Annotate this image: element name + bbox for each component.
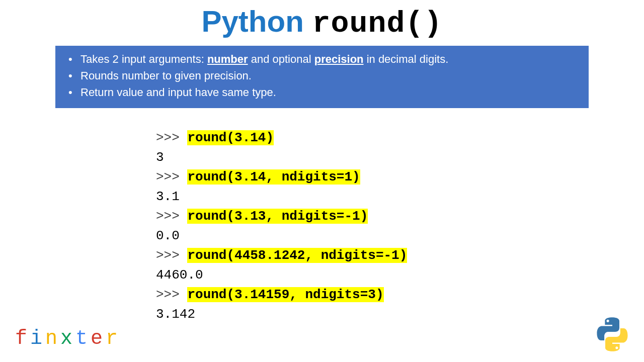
code-input-1: >>> round(3.14) [156,128,644,148]
code-output-5: 3.142 [156,305,644,324]
code-block: >>> round(3.14) 3 >>> round(3.14, ndigit… [156,128,644,324]
python-logo-icon [595,317,630,352]
code-output-3: 0.0 [156,226,644,246]
code-input-3: >>> round(3.13, ndigits=-1) [156,207,644,226]
info-line-3: Return value and input have same type. [64,85,580,101]
code-input-2: >>> round(3.14, ndigits=1) [156,167,644,187]
info-line-1: Takes 2 input arguments: number and opti… [64,52,580,67]
info-line-2: Rounds number to given precision. [64,68,580,84]
title-word-round: round() [312,7,442,41]
keyword-number: number [207,53,248,65]
code-input-5: >>> round(3.14159, ndigits=3) [156,285,644,305]
finxter-logo: finxter [15,327,121,350]
keyword-precision: precision [314,53,364,65]
title-word-python: Python [201,5,303,38]
info-box: Takes 2 input arguments: number and opti… [55,46,589,108]
code-output-4: 4460.0 [156,265,644,285]
page-title: Python round() [0,0,644,41]
code-output-1: 3 [156,148,644,167]
code-input-4: >>> round(4458.1242, ndigits=-1) [156,246,644,265]
code-output-2: 3.1 [156,187,644,207]
